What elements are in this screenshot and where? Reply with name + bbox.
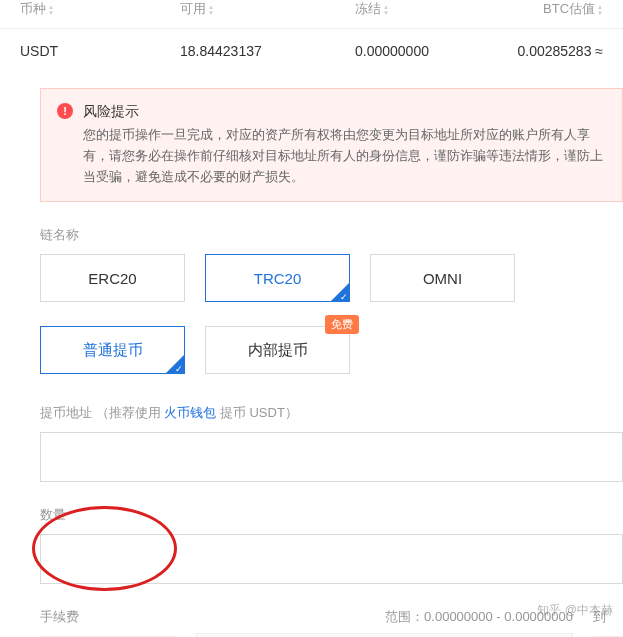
chain-option-trc20[interactable]: TRC20: [205, 254, 350, 302]
fee-label: 手续费: [40, 608, 176, 626]
risk-alert: ! 风险提示 您的提币操作一旦完成，对应的资产所有权将由您变更为目标地址所对应的…: [40, 88, 623, 202]
wallet-link[interactable]: 火币钱包: [164, 405, 216, 420]
cell-available: 18.84423137: [180, 43, 355, 59]
chain-option-omni[interactable]: OMNI: [370, 254, 515, 302]
cell-btc: 0.00285283 ≈: [510, 43, 603, 59]
cell-frozen: 0.00000000: [355, 43, 510, 59]
address-label: 提币地址 （推荐使用 火币钱包 提币 USDT）: [40, 404, 623, 422]
col-header-currency[interactable]: 币种: [20, 0, 180, 18]
fee-range: 范围：0.00000000 - 0.00000000: [196, 608, 573, 626]
withdraw-option-internal[interactable]: 内部提币 免费: [205, 326, 350, 374]
cell-currency: USDT: [20, 43, 180, 59]
alert-title: 风险提示: [83, 103, 606, 121]
address-input[interactable]: [40, 432, 623, 482]
free-badge: 免费: [325, 315, 359, 334]
watermark: 知乎 @中本赫: [537, 602, 613, 619]
alert-text: 您的提币操作一旦完成，对应的资产所有权将由您变更为目标地址所对应的账户所有人享有…: [83, 125, 606, 187]
col-header-btc[interactable]: BTC估值: [510, 0, 603, 18]
chain-label: 链名称: [40, 226, 623, 244]
chain-option-erc20[interactable]: ERC20: [40, 254, 185, 302]
table-row: USDT 18.84423137 0.00000000 0.00285283 ≈: [0, 29, 623, 73]
warning-icon: !: [57, 103, 73, 119]
withdraw-option-normal[interactable]: 普通提币: [40, 326, 185, 374]
sort-icon: [597, 4, 603, 16]
sort-icon: [208, 4, 214, 16]
col-header-available[interactable]: 可用: [180, 0, 355, 18]
amount-input[interactable]: [40, 534, 623, 584]
sort-icon: [48, 4, 54, 16]
col-header-frozen[interactable]: 冻结: [355, 0, 510, 18]
amount-label: 数量: [40, 506, 623, 524]
withdraw-internal-label: 内部提币: [248, 341, 308, 360]
sort-icon: [383, 4, 389, 16]
